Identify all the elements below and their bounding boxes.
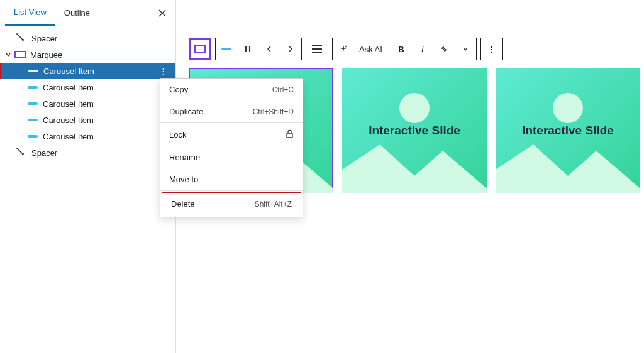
carousel-item-icon xyxy=(26,97,39,110)
more-formatting-button[interactable] xyxy=(455,38,476,60)
list-view-tree: Spacer Marquee Carousel Item ⋮ Carousel … xyxy=(0,26,175,165)
sidebar: List View Outline Spacer Marquee xyxy=(0,0,176,353)
menu-label: Rename xyxy=(169,153,200,162)
menu-shortcut: Shift+Alt+Z xyxy=(255,200,292,209)
placeholder-sun-icon xyxy=(399,93,430,123)
svg-point-10 xyxy=(249,50,250,52)
menu-item-rename[interactable]: Rename xyxy=(160,146,303,168)
context-menu: Copy Ctrl+C Duplicate Ctrl+Shift+D Lock … xyxy=(160,78,303,217)
tab-list-view[interactable]: List View xyxy=(5,0,55,26)
svg-rect-16 xyxy=(287,133,292,138)
svg-point-12 xyxy=(249,48,250,50)
carousel-item-icon xyxy=(26,130,39,143)
svg-point-7 xyxy=(245,46,247,48)
tree-item-spacer[interactable]: Spacer xyxy=(0,30,175,46)
menu-item-delete[interactable]: Delete Shift+Alt+Z xyxy=(162,192,301,215)
menu-item-duplicate[interactable]: Duplicate Ctrl+Shift+D xyxy=(160,100,303,122)
drag-handle-icon[interactable] xyxy=(237,38,258,60)
spacer-icon xyxy=(15,32,28,45)
ai-sparkle-icon[interactable] xyxy=(333,38,354,60)
block-toolbar: Ask AI B I ⋮ xyxy=(189,38,644,60)
slide[interactable]: Interactive Slide xyxy=(342,68,487,193)
carousel-item-icon xyxy=(26,81,39,94)
tree-item-carousel-selected[interactable]: Carousel Item ⋮ xyxy=(0,63,175,79)
bold-button[interactable]: B xyxy=(391,38,412,60)
spacer-icon xyxy=(15,146,28,159)
carousel-item-icon xyxy=(27,65,40,77)
svg-rect-13 xyxy=(312,45,322,46)
sidebar-tabs: List View Outline xyxy=(0,0,175,26)
menu-item-lock[interactable]: Lock xyxy=(160,123,303,146)
menu-label: Duplicate xyxy=(169,107,203,116)
svg-rect-6 xyxy=(221,48,231,50)
link-button[interactable] xyxy=(433,38,455,60)
menu-separator xyxy=(160,190,303,191)
slide-label: Interactive Slide xyxy=(522,124,614,138)
menu-item-copy[interactable]: Copy Ctrl+C xyxy=(160,79,303,100)
svg-rect-4 xyxy=(28,135,38,138)
placeholder-mountain-icon xyxy=(496,138,640,193)
tree-label: Carousel Item xyxy=(43,116,170,125)
tree-item-carousel[interactable]: Carousel Item xyxy=(0,79,175,95)
move-right-button[interactable] xyxy=(280,38,301,60)
italic-button[interactable]: I xyxy=(412,38,433,60)
lock-icon xyxy=(286,129,294,140)
svg-rect-14 xyxy=(312,48,322,50)
block-type-button[interactable] xyxy=(189,38,211,60)
placeholder-mountain-icon xyxy=(342,138,487,193)
menu-label: Lock xyxy=(169,130,186,139)
svg-point-8 xyxy=(249,46,250,48)
ask-ai-button[interactable]: Ask AI xyxy=(354,45,387,54)
slide-label: Interactive Slide xyxy=(369,124,460,138)
tree-item-carousel[interactable]: Carousel Item xyxy=(0,128,175,144)
tree-item-carousel[interactable]: Carousel Item xyxy=(0,112,175,128)
placeholder-sun-icon xyxy=(553,93,583,123)
menu-shortcut: Ctrl+Shift+D xyxy=(253,107,294,116)
align-button[interactable] xyxy=(306,38,328,60)
svg-rect-0 xyxy=(28,70,38,72)
carousel-style-button[interactable] xyxy=(216,38,237,60)
more-options-icon[interactable]: ⋮ xyxy=(157,67,170,76)
tree-item-carousel[interactable]: Carousel Item xyxy=(0,95,175,112)
chevron-down-icon[interactable] xyxy=(3,50,14,60)
tab-outline[interactable]: Outline xyxy=(55,1,99,25)
slide[interactable]: Interactive Slide xyxy=(496,68,640,193)
svg-rect-2 xyxy=(28,102,38,105)
svg-point-11 xyxy=(245,48,247,50)
close-icon[interactable] xyxy=(155,6,169,22)
tree-item-spacer[interactable]: Spacer xyxy=(0,144,175,161)
tree-label: Carousel Item xyxy=(43,99,170,109)
svg-rect-3 xyxy=(28,119,38,121)
tree-label: Carousel Item xyxy=(43,132,170,141)
move-left-button[interactable] xyxy=(258,38,280,60)
svg-rect-15 xyxy=(312,52,322,53)
tree-label: Spacer xyxy=(31,148,170,158)
marquee-icon xyxy=(14,48,26,61)
tree-item-marquee[interactable]: Marquee xyxy=(0,46,175,63)
svg-point-9 xyxy=(245,50,247,52)
menu-item-move-to[interactable]: Move to xyxy=(160,168,303,190)
tree-label: Marquee xyxy=(30,50,170,60)
tree-label: Spacer xyxy=(31,34,170,43)
menu-label: Copy xyxy=(169,85,188,94)
menu-shortcut: Ctrl+C xyxy=(272,85,294,94)
toolbar-more-icon[interactable]: ⋮ xyxy=(481,38,502,60)
svg-rect-1 xyxy=(28,86,38,89)
menu-label: Delete xyxy=(171,199,195,209)
carousel-item-icon xyxy=(26,114,39,126)
menu-label: Move to xyxy=(169,175,198,184)
tree-label: Carousel Item xyxy=(43,83,170,92)
tree-label: Carousel Item xyxy=(43,67,157,76)
svg-rect-5 xyxy=(195,45,205,53)
